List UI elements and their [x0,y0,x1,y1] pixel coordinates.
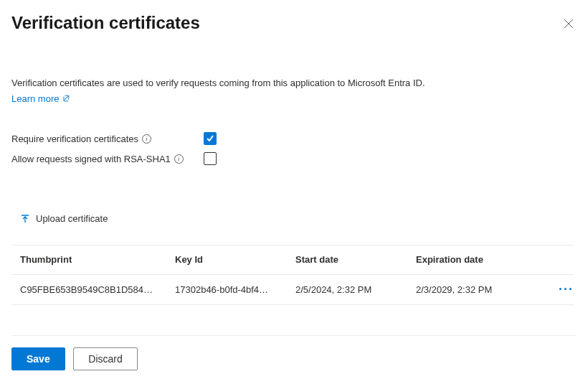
row-actions-button[interactable]: ··· [545,282,574,297]
col-expiration-date[interactable]: Expiration date [416,254,545,265]
require-cert-label: Require verification certificates [11,134,138,144]
close-button[interactable] [561,16,577,34]
info-icon[interactable]: i [142,134,151,144]
table-row[interactable]: C95FBE653B9549C8B1D584… 17302b46-b0fd-4b… [11,275,574,305]
close-icon [564,19,574,29]
table-header: Thumbprint Key Id Start date Expiration … [11,245,574,275]
cell-thumbprint: C95FBE653B9549C8B1D584… [20,284,175,295]
allow-rsa-checkbox[interactable] [204,152,217,165]
require-cert-checkbox[interactable] [204,132,217,145]
col-thumbprint[interactable]: Thumbprint [20,254,175,265]
info-icon[interactable]: i [174,154,184,164]
allow-rsa-label: Allow requests signed with RSA-SHA1 [11,154,171,164]
cell-start-date: 2/5/2024, 2:32 PM [295,284,416,295]
upload-certificate-button[interactable]: Upload certificate [20,213,108,224]
page-title: Verification certificates [11,13,200,33]
col-start-date[interactable]: Start date [295,254,416,265]
description-text: Verification certificates are used to ve… [11,76,574,90]
learn-more-label: Learn more [11,92,59,106]
certificates-table: Thumbprint Key Id Start date Expiration … [11,245,574,305]
discard-button[interactable]: Discard [73,347,137,370]
footer-separator [11,335,577,336]
cell-expiration-date: 2/3/2029, 2:32 PM [416,284,545,295]
upload-certificate-label: Upload certificate [36,213,108,224]
upload-icon [20,214,30,224]
external-link-icon [62,94,70,103]
col-key-id[interactable]: Key Id [175,254,295,265]
cell-key-id: 17302b46-b0fd-4bf4… [175,284,295,295]
checkmark-icon [206,134,214,143]
save-button[interactable]: Save [11,347,65,370]
learn-more-link[interactable]: Learn more [11,92,70,106]
